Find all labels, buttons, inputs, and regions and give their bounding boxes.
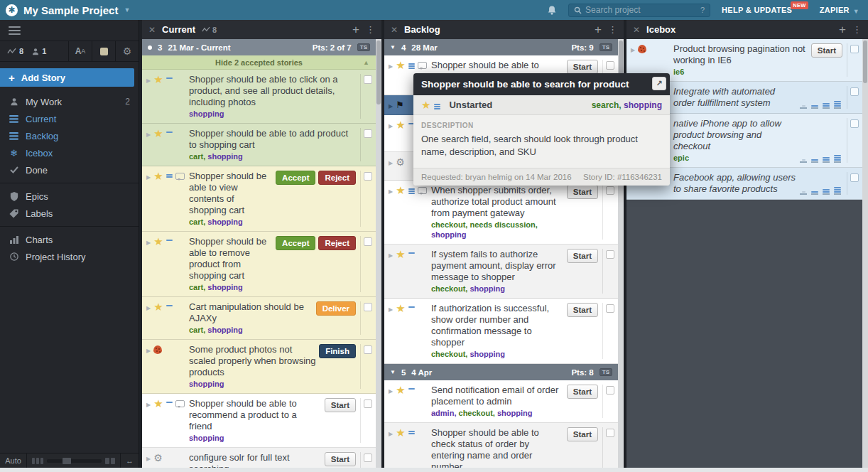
close-panel-icon[interactable]: ✕	[148, 25, 156, 35]
start-button[interactable]: Start	[567, 303, 598, 317]
story-row[interactable]: ▶★If authorization is successful, show o…	[384, 299, 618, 364]
expand-story-button[interactable]: ↗	[652, 77, 666, 90]
zapier-menu[interactable]: ZAPIER ▼	[820, 6, 859, 15]
estimate-option-1[interactable]	[811, 159, 818, 163]
story-checkbox[interactable]	[606, 61, 614, 70]
estimate-option-3[interactable]	[834, 187, 841, 195]
team-strength-badge[interactable]: TS	[357, 43, 370, 51]
close-panel-icon[interactable]: ✕	[633, 25, 640, 35]
estimate-option-1[interactable]	[811, 105, 818, 109]
expand-arrow-icon[interactable]: ▶	[146, 399, 151, 408]
iteration-header[interactable]: ▼54 AprPts: 8TS	[384, 364, 618, 380]
story-checkbox[interactable]	[606, 186, 614, 195]
density-toggle[interactable]	[92, 41, 115, 61]
expand-arrow-icon[interactable]: ▶	[389, 60, 393, 70]
story-label[interactable]: admin,	[431, 409, 456, 417]
story-label[interactable]: checkout,	[431, 350, 467, 358]
panel-menu-icon[interactable]: ⋮	[852, 24, 862, 35]
expand-arrow-icon[interactable]: ▶	[146, 129, 151, 138]
panel-menu-icon[interactable]: ⋮	[366, 24, 375, 35]
start-button[interactable]: Start	[567, 427, 598, 441]
notifications-bell-icon[interactable]	[547, 5, 557, 16]
story-row[interactable]: ▶★Cart manipulation should be AJAXycart,…	[142, 297, 376, 340]
story-label[interactable]: shopping	[207, 283, 243, 291]
popup-label[interactable]: shopping	[624, 100, 662, 110]
estimate-option-2[interactable]	[823, 189, 830, 195]
story-label[interactable]: cart,	[189, 326, 205, 334]
story-row[interactable]: ▶⚙configure solr for full text searching…	[142, 448, 376, 468]
expand-arrow-icon[interactable]: ▶	[146, 75, 151, 84]
story-label[interactable]: checkout,	[431, 284, 467, 293]
story-checkbox[interactable]	[364, 129, 372, 138]
popup-label[interactable]: search,	[592, 100, 622, 110]
story-row[interactable]: ▶★Shopper should be able to remove produ…	[142, 232, 376, 297]
story-checkbox[interactable]	[606, 250, 614, 259]
story-label[interactable]: shopping	[470, 350, 505, 358]
expand-arrow-icon[interactable]: ▶	[389, 428, 393, 437]
estimate-option-2[interactable]	[823, 103, 830, 109]
estimate-option-0[interactable]	[800, 105, 807, 109]
story-label[interactable]: checkout,	[431, 220, 467, 229]
story-checkbox[interactable]	[364, 75, 372, 84]
story-row[interactable]: ▶★Shopper should be able to add product …	[142, 124, 376, 166]
team-strength-badge[interactable]: TS	[600, 368, 612, 376]
story-checkbox[interactable]	[850, 119, 859, 128]
story-label[interactable]: epic	[673, 154, 689, 162]
expand-arrow-icon[interactable]: ▶	[389, 385, 393, 395]
reject-button[interactable]: Reject	[318, 236, 356, 250]
expand-arrow-icon[interactable]: ▶	[146, 171, 151, 181]
sidebar-collapse-button[interactable]	[0, 20, 139, 41]
expand-arrow-icon[interactable]: ▶	[389, 100, 393, 109]
story-row[interactable]: ▶★Shopper should be able to click on a p…	[142, 70, 376, 124]
sidebar-item-charts[interactable]: Charts	[0, 231, 139, 248]
story-row[interactable]: ▶★Send notification email of order place…	[384, 380, 618, 423]
story-row[interactable]: ▶★If system fails to authorize payment a…	[384, 245, 618, 299]
start-button[interactable]: Start	[567, 185, 598, 199]
panel-scrollbar[interactable]	[376, 39, 381, 468]
estimate-option-2[interactable]	[823, 157, 830, 163]
help-updates-link[interactable]: HELP & UPDATES NEW	[722, 6, 808, 14]
story-checkbox[interactable]	[850, 87, 859, 96]
sidebar-item-project-history[interactable]: Project History	[0, 248, 139, 265]
story-label[interactable]: shopping	[497, 409, 533, 417]
story-row[interactable]: ▶Some product photos not scaled properly…	[142, 340, 376, 394]
story-label[interactable]: shopping	[207, 218, 243, 226]
font-size-toggle[interactable]: AA	[68, 41, 92, 61]
accept-button[interactable]: Accept	[276, 236, 315, 250]
story-label[interactable]: cart,	[189, 152, 205, 161]
expand-arrow-icon[interactable]: ▶	[146, 453, 151, 462]
story-label[interactable]: needs discussion,	[470, 220, 537, 229]
sidebar-item-epics[interactable]: Epics	[0, 188, 139, 205]
story-row[interactable]: ▶★Shopper should be able to view content…	[142, 166, 376, 232]
expand-arrow-icon[interactable]: ▶	[146, 302, 151, 311]
deliver-button[interactable]: Deliver	[316, 301, 356, 316]
scrollbar-thumb[interactable]	[863, 41, 867, 83]
story-checkbox[interactable]	[364, 399, 372, 408]
story-checkbox[interactable]	[364, 345, 372, 354]
expand-arrow-icon[interactable]: ▶	[389, 186, 393, 195]
start-button[interactable]: Start	[811, 43, 842, 58]
story-label[interactable]: shopping	[189, 434, 224, 442]
close-panel-icon[interactable]: ✕	[391, 25, 398, 35]
story-checkbox[interactable]	[364, 454, 372, 462]
expand-arrow-icon[interactable]: ▶	[146, 345, 151, 354]
expand-arrow-icon[interactable]: ▶	[389, 120, 393, 129]
add-story-icon[interactable]: +	[352, 25, 359, 35]
search-input[interactable]	[585, 5, 697, 15]
estimate-option-0[interactable]	[800, 159, 807, 163]
collapse-triangle-icon[interactable]: ▼	[390, 44, 396, 50]
expand-arrow-icon[interactable]: ▶	[631, 44, 635, 53]
expand-arrow-icon[interactable]: ▶	[389, 250, 393, 259]
sidebar-item-done[interactable]: Done	[0, 161, 139, 178]
story-checkbox[interactable]	[606, 386, 614, 395]
story-label[interactable]: checkout,	[459, 409, 495, 417]
story-label[interactable]: shopping	[431, 230, 467, 239]
expand-arrow-icon[interactable]: ▶	[389, 157, 393, 166]
story-checkbox[interactable]	[606, 304, 614, 313]
story-checkbox[interactable]	[364, 237, 372, 246]
finish-button[interactable]: Finish	[319, 344, 356, 358]
sidebar-item-backlog[interactable]: Backlog	[0, 127, 139, 144]
sidebar-item-labels[interactable]: Labels	[0, 205, 139, 222]
accept-button[interactable]: Accept	[276, 171, 315, 185]
start-button[interactable]: Start	[325, 398, 356, 412]
